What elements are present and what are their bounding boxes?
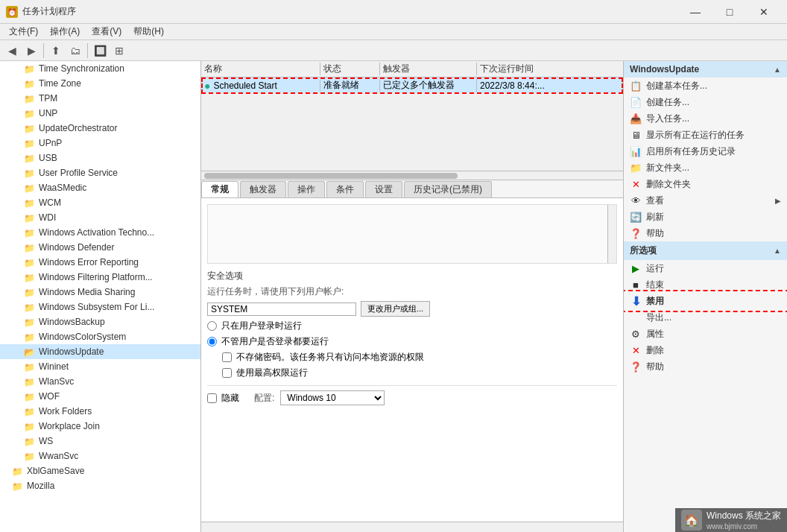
tree-item-wdi[interactable]: 📁 WDI (0, 210, 200, 225)
menu-help[interactable]: 帮助(H) (127, 24, 170, 39)
action-end[interactable]: ■ 结束 (624, 276, 787, 293)
minimize-button[interactable]: — (678, 0, 712, 24)
tree-item-win-color[interactable]: 📁 WindowsColorSystem (0, 329, 200, 344)
action-view[interactable]: 👁 查看 ▶ (624, 192, 787, 209)
tree-item-time-zone[interactable]: 📁 Time Zone (0, 76, 200, 91)
task-next-cell: 2022/3/8 8:44:... (477, 80, 623, 91)
tree-item-waasmedic[interactable]: 📁 WaaSMedic (0, 180, 200, 195)
change-user-button[interactable]: 更改用户或组... (361, 301, 430, 317)
action-help2[interactable]: ❓ 帮助 (624, 358, 787, 375)
tab-action[interactable]: 操作 (288, 181, 325, 197)
action-delete-folder[interactable]: ✕ 删除文件夹 (624, 176, 787, 192)
tree-item-win-filter[interactable]: 📁 Windows Filtering Platform... (0, 270, 200, 285)
toolbar-btn4[interactable]: ⊞ (110, 42, 128, 60)
folder-icon: 📁 (24, 64, 36, 73)
action-import[interactable]: 📥 导入任务... (624, 110, 787, 127)
tree-item-unp[interactable]: 📁 UNP (0, 106, 200, 121)
tree-item-win-subsystem[interactable]: 📁 Windows Subsystem For Li... (0, 300, 200, 314)
help2-icon: ❓ (630, 361, 642, 373)
section2-collapse-icon: ▲ (774, 247, 781, 255)
tree-item-win-error[interactable]: 📁 Windows Error Reporting (0, 255, 200, 270)
menu-view[interactable]: 查看(V) (86, 24, 127, 39)
action-disable[interactable]: ⬇ 禁用 (624, 293, 787, 309)
tree-item-wof[interactable]: 📁 WOF (0, 389, 200, 404)
detail-scrollbar[interactable] (607, 205, 616, 263)
toolbar-forward[interactable]: ▶ (22, 42, 40, 60)
task-list-hscroll[interactable] (201, 171, 623, 180)
action-enable-history[interactable]: 📊 启用所有任务历史记录 (624, 143, 787, 159)
config-select[interactable]: Windows 10 (280, 390, 385, 405)
toolbar-up[interactable]: ⬆ (47, 42, 65, 60)
close-button[interactable]: ✕ (747, 0, 781, 24)
action-create-basic[interactable]: 📋 创建基本任务... (624, 77, 787, 94)
tree-item-wininet[interactable]: 📁 Wininet (0, 359, 200, 374)
delete-icon: ✕ (630, 344, 642, 356)
action-section2-header[interactable]: 所选项 ▲ (624, 241, 787, 260)
checkbox-no-store-input[interactable] (222, 352, 232, 362)
watermark: 🏠 Windows 系统之家 www.bjmiv.com (675, 508, 787, 532)
bottom-row: 隐藏 配置: Windows 10 (207, 385, 617, 405)
maximize-button[interactable]: □ (712, 0, 747, 24)
action-export[interactable]: 导出... (624, 309, 787, 326)
action-new-folder[interactable]: 📁 新文件夹... (624, 159, 787, 176)
radio-always-input[interactable] (207, 337, 217, 346)
tree-item-ws[interactable]: 📁 WS (0, 434, 200, 449)
tree-item-win-media[interactable]: 📁 Windows Media Sharing (0, 285, 200, 300)
action-create-task[interactable]: 📄 创建任务... (624, 94, 787, 110)
tree-item-win-activation[interactable]: 📁 Windows Activation Techno... (0, 225, 200, 240)
tree-item-xbl-game-save[interactable]: 📁 XblGameSave (0, 463, 200, 478)
tree-item-time-sync[interactable]: 📁 Time Synchronization (0, 61, 200, 76)
tree-item-win-update[interactable]: 📂 WindowsUpdate (0, 344, 200, 359)
hide-row: 隐藏 (207, 392, 239, 405)
toolbar-back[interactable]: ◀ (3, 42, 21, 60)
hide-checkbox-input[interactable] (207, 393, 217, 403)
action-refresh[interactable]: 🔄 刷新 (624, 209, 787, 225)
toolbar-btn2[interactable]: 🗂 (66, 42, 84, 60)
tree-item-win-backup[interactable]: 📁 WindowsBackup (0, 314, 200, 329)
tree-item-upnp[interactable]: 📁 UPnP (0, 136, 200, 151)
folder-icon: 📁 (24, 243, 36, 252)
detail-hscroll[interactable] (201, 522, 623, 532)
detail-panel: 常规 触发器 操作 条件 设置 历史记录(已禁用) 安全选项 运行任务时，请使用… (201, 180, 623, 532)
tree-item-win-defender[interactable]: 📁 Windows Defender (0, 240, 200, 255)
action-delete[interactable]: ✕ 删除 (624, 342, 787, 358)
tree-item-mozilla[interactable]: 📁 Mozilla (0, 478, 200, 493)
folder-icon: 📁 (24, 317, 36, 326)
config-label: 配置: (254, 392, 274, 405)
account-row: 更改用户或组... (207, 301, 617, 317)
account-input[interactable] (207, 303, 356, 316)
task-name-cell: ● Scheduled Start (201, 80, 320, 92)
tree-item-work-folders[interactable]: 📁 Work Folders (0, 404, 200, 419)
folder-icon: 📁 (24, 377, 36, 386)
properties-icon: ⚙ (630, 328, 642, 340)
checkbox-highest-priv-input[interactable] (222, 368, 232, 378)
tree-item-updateorch[interactable]: 📁 UpdateOrchestrator (0, 121, 200, 136)
tab-history[interactable]: 历史记录(已禁用) (404, 181, 492, 197)
tree-item-tpm[interactable]: 📁 TPM (0, 91, 200, 106)
action-help1[interactable]: ❓ 帮助 (624, 225, 787, 241)
tab-settings[interactable]: 设置 (365, 181, 402, 197)
menu-action[interactable]: 操作(A) (44, 24, 86, 39)
watermark-text: Windows 系统之家 (707, 510, 781, 522)
end-icon: ■ (630, 279, 642, 291)
tree-item-usb[interactable]: 📁 USB (0, 151, 200, 165)
tree-item-wcm[interactable]: 📁 WCM (0, 195, 200, 210)
tree-item-wlansvc[interactable]: 📁 WlanSvc (0, 374, 200, 389)
folder-icon: 📁 (24, 228, 36, 237)
tree-item-wwansvc[interactable]: 📁 WwanSvc (0, 449, 200, 463)
tab-condition[interactable]: 条件 (326, 181, 364, 197)
action-run[interactable]: ▶ 运行 (624, 260, 787, 276)
toolbar-btn3[interactable]: 🔲 (91, 42, 109, 60)
task-row-scheduled-start[interactable]: ● Scheduled Start 准备就绪 已定义多个触发器 2022/3/8… (201, 77, 623, 94)
action-properties[interactable]: ⚙ 属性 (624, 326, 787, 342)
menu-file[interactable]: 文件(F) (3, 24, 44, 39)
action-section1-header[interactable]: WindowsUpdate ▲ (624, 61, 787, 77)
tree-item-workplace-join[interactable]: 📁 Workplace Join (0, 419, 200, 434)
action-show-running[interactable]: 🖥 显示所有正在运行的任务 (624, 127, 787, 143)
tab-trigger[interactable]: 触发器 (240, 181, 286, 197)
folder-icon: 📁 (24, 303, 36, 311)
header-next: 下次运行时间 (477, 63, 623, 75)
tab-general[interactable]: 常规 (201, 181, 238, 197)
tree-item-user-profile[interactable]: 📁 User Profile Service (0, 165, 200, 180)
radio-only-login-input[interactable] (207, 321, 217, 331)
